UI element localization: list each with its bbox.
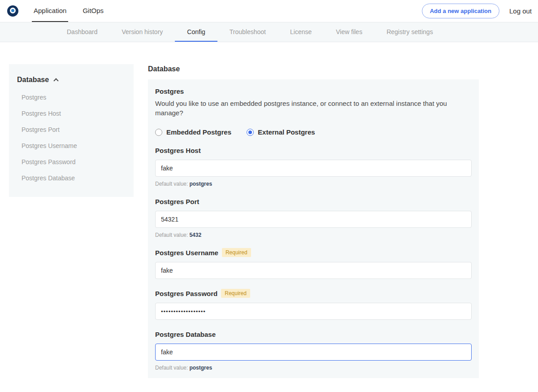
app-logo-icon bbox=[7, 5, 18, 17]
default-label: Default value: bbox=[155, 181, 188, 187]
field-label: Postgres Password bbox=[155, 290, 217, 297]
radio-embedded-postgres[interactable]: Embedded Postgres bbox=[155, 128, 231, 136]
radio-unchecked-icon bbox=[155, 129, 162, 136]
subnav-item-registry-settings[interactable]: Registry settings bbox=[374, 22, 445, 42]
add-application-button[interactable]: Add a new application bbox=[422, 4, 499, 18]
subnav-item-view-files[interactable]: View files bbox=[324, 22, 374, 42]
sidebar-item-postgres[interactable]: Postgres bbox=[17, 89, 126, 105]
content-area: Database Postgres Postgres Host Postgres… bbox=[0, 42, 538, 392]
subnav-item-troubleshoot[interactable]: Troubleshoot bbox=[217, 22, 278, 42]
sidebar-item-postgres-port[interactable]: Postgres Port bbox=[17, 122, 126, 138]
default-value: postgres bbox=[189, 181, 212, 187]
field-postgres-host: Postgres Host Default value:postgres bbox=[155, 147, 472, 187]
default-hint: Default value:postgres bbox=[155, 365, 472, 371]
default-label: Default value: bbox=[155, 365, 188, 371]
field-postgres-password: Postgres PasswordRequired bbox=[155, 290, 472, 320]
postgres-mode-radio-group: Embedded Postgres External Postgres bbox=[155, 128, 472, 136]
subnav-item-license[interactable]: License bbox=[278, 22, 324, 42]
sidebar-item-postgres-host[interactable]: Postgres Host bbox=[17, 105, 126, 122]
default-value: 5432 bbox=[189, 232, 201, 238]
postgres-database-input[interactable] bbox=[155, 344, 472, 361]
postgres-password-input[interactable] bbox=[155, 303, 472, 320]
sidebar-item-postgres-password[interactable]: Postgres Password bbox=[17, 154, 126, 170]
field-label: Postgres Username bbox=[155, 249, 218, 257]
default-value: postgres bbox=[189, 365, 212, 371]
required-badge: Required bbox=[221, 289, 250, 298]
field-label: Postgres Database bbox=[155, 331, 216, 338]
sidebar-item-postgres-database[interactable]: Postgres Database bbox=[17, 170, 126, 186]
sidebar-items: Postgres Postgres Host Postgres Port Pos… bbox=[17, 89, 126, 186]
topnav-right: Add a new application Log out bbox=[422, 0, 532, 22]
default-hint: Default value:5432 bbox=[155, 232, 472, 238]
radio-checked-icon bbox=[247, 129, 254, 136]
chevron-up-icon bbox=[53, 78, 58, 83]
top-tabs: Application GitOps bbox=[32, 0, 118, 22]
radio-label: Embedded Postgres bbox=[166, 128, 231, 136]
group-heading: Postgres bbox=[155, 87, 472, 95]
radio-external-postgres[interactable]: External Postgres bbox=[247, 128, 315, 136]
sidebar-group-database[interactable]: Database bbox=[17, 76, 126, 84]
field-label: Postgres Host bbox=[155, 147, 201, 154]
logout-link[interactable]: Log out bbox=[509, 7, 532, 15]
tab-gitops[interactable]: GitOps bbox=[81, 0, 105, 22]
subnav-item-version-history[interactable]: Version history bbox=[110, 22, 175, 42]
tab-application[interactable]: Application bbox=[32, 0, 68, 22]
radio-label: External Postgres bbox=[258, 128, 315, 136]
field-postgres-port: Postgres Port Default value:5432 bbox=[155, 198, 472, 238]
config-group-box: Postgres Would you like to use an embedd… bbox=[148, 79, 479, 378]
default-label: Default value: bbox=[155, 232, 188, 238]
field-postgres-username: Postgres UsernameRequired bbox=[155, 249, 472, 279]
app-logo bbox=[7, 0, 18, 22]
sidebar-group-label: Database bbox=[17, 76, 49, 84]
sidebar-item-postgres-username[interactable]: Postgres Username bbox=[17, 138, 126, 154]
group-help-text: Would you like to use an embedded postgr… bbox=[155, 99, 472, 118]
required-badge: Required bbox=[222, 248, 251, 257]
field-label: Postgres Port bbox=[155, 198, 199, 205]
postgres-port-input[interactable] bbox=[155, 211, 472, 228]
subnav-item-config[interactable]: Config bbox=[175, 22, 217, 42]
field-postgres-database: Postgres Database Default value:postgres bbox=[155, 331, 472, 371]
config-main: Database Postgres Would you like to use … bbox=[148, 64, 479, 392]
postgres-username-input[interactable] bbox=[155, 262, 472, 279]
section-title: Database bbox=[148, 65, 479, 73]
postgres-host-input[interactable] bbox=[155, 160, 472, 177]
config-sidebar: Database Postgres Postgres Host Postgres… bbox=[9, 64, 134, 197]
subnav: Dashboard Version history Config Trouble… bbox=[0, 22, 538, 42]
subnav-item-dashboard[interactable]: Dashboard bbox=[55, 22, 110, 42]
top-navbar: Application GitOps Add a new application… bbox=[0, 0, 538, 22]
default-hint: Default value:postgres bbox=[155, 181, 472, 187]
